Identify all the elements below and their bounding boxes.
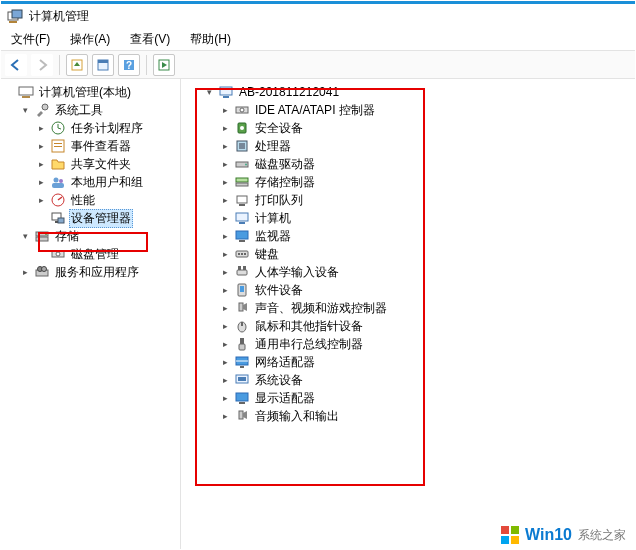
device-category[interactable]: ▸键盘 bbox=[219, 245, 631, 263]
tree-task-scheduler[interactable]: ▸ 任务计划程序 bbox=[35, 119, 178, 137]
tree-label: 安全设备 bbox=[253, 120, 305, 137]
twisty-collapsed-icon[interactable]: ▸ bbox=[219, 338, 231, 350]
twisty-collapsed-icon[interactable]: ▸ bbox=[219, 248, 231, 260]
svg-rect-43 bbox=[237, 196, 247, 203]
tree-label: 系统设备 bbox=[253, 372, 305, 389]
tree-performance[interactable]: ▸ 性能 bbox=[35, 191, 178, 209]
tree-disk-management[interactable]: ▸ 磁盘管理 bbox=[35, 245, 178, 263]
services-icon bbox=[34, 264, 50, 280]
window-root: 计算机管理 文件(F) 操作(A) 查看(V) 帮助(H) ? bbox=[0, 0, 636, 550]
menu-help[interactable]: 帮助(H) bbox=[186, 29, 235, 50]
device-category[interactable]: ▸IDE ATA/ATAPI 控制器 bbox=[219, 101, 631, 119]
device-category[interactable]: ▸安全设备 bbox=[219, 119, 631, 137]
back-button[interactable] bbox=[5, 54, 27, 76]
tree-label: 网络适配器 bbox=[253, 354, 317, 371]
properties-button[interactable] bbox=[92, 54, 114, 76]
twisty-collapsed-icon[interactable]: ▸ bbox=[219, 392, 231, 404]
twisty-collapsed-icon[interactable]: ▸ bbox=[219, 410, 231, 422]
twisty-collapsed-icon[interactable]: ▸ bbox=[219, 374, 231, 386]
svg-rect-62 bbox=[239, 344, 245, 350]
svg-rect-2 bbox=[9, 21, 17, 23]
performance-icon bbox=[50, 192, 66, 208]
processor-icon bbox=[234, 138, 250, 154]
twisty-collapsed-icon[interactable]: ▸ bbox=[219, 158, 231, 170]
twisty-collapsed-icon[interactable]: ▸ bbox=[219, 356, 231, 368]
twisty-collapsed-icon[interactable]: ▸ bbox=[19, 266, 31, 278]
twisty-collapsed-icon[interactable]: ▸ bbox=[35, 176, 47, 188]
twisty-expanded-icon[interactable]: ▾ bbox=[203, 86, 215, 98]
menu-action[interactable]: 操作(A) bbox=[66, 29, 114, 50]
twisty-collapsed-icon[interactable]: ▸ bbox=[35, 194, 47, 206]
svg-rect-48 bbox=[239, 240, 245, 242]
twisty-collapsed-icon[interactable]: ▸ bbox=[219, 194, 231, 206]
tools-icon bbox=[34, 102, 50, 118]
tree-services-apps[interactable]: ▸ 服务和应用程序 bbox=[19, 263, 178, 281]
tree-event-viewer[interactable]: ▸ 事件查看器 bbox=[35, 137, 178, 155]
svg-rect-54 bbox=[238, 266, 241, 270]
device-category[interactable]: ▸显示适配器 bbox=[219, 389, 631, 407]
device-root-computer[interactable]: ▾ AB-201811212041 bbox=[203, 83, 631, 101]
twisty-expanded-icon[interactable]: ▾ bbox=[19, 230, 31, 242]
twisty-expanded-icon[interactable]: ▾ bbox=[19, 104, 31, 116]
device-category[interactable]: ▸计算机 bbox=[219, 209, 631, 227]
device-category[interactable]: ▸存储控制器 bbox=[219, 173, 631, 191]
svg-text:?: ? bbox=[126, 60, 132, 71]
device-category[interactable]: ▸通用串行总线控制器 bbox=[219, 335, 631, 353]
twisty-collapsed-icon[interactable]: ▸ bbox=[219, 104, 231, 116]
twisty-collapsed-icon[interactable]: ▸ bbox=[219, 122, 231, 134]
twisty-collapsed-icon[interactable]: ▸ bbox=[35, 140, 47, 152]
event-icon bbox=[50, 138, 66, 154]
device-category[interactable]: ▸人体学输入设备 bbox=[219, 263, 631, 281]
svg-point-27 bbox=[56, 252, 60, 256]
device-category[interactable]: ▸鼠标和其他指针设备 bbox=[219, 317, 631, 335]
svg-rect-46 bbox=[239, 222, 245, 224]
titlebar: 计算机管理 bbox=[1, 1, 635, 29]
device-category[interactable]: ▸网络适配器 bbox=[219, 353, 631, 371]
device-category[interactable]: ▸音频输入和输出 bbox=[219, 407, 631, 425]
tree-label: 存储控制器 bbox=[253, 174, 317, 191]
twisty-collapsed-icon[interactable]: ▸ bbox=[219, 320, 231, 332]
device-category[interactable]: ▸打印队列 bbox=[219, 191, 631, 209]
twisty-collapsed-icon[interactable]: ▸ bbox=[219, 230, 231, 242]
twisty-collapsed-icon[interactable]: ▸ bbox=[35, 158, 47, 170]
tree-shared-folders[interactable]: ▸ 共享文件夹 bbox=[35, 155, 178, 173]
help-button[interactable]: ? bbox=[118, 54, 140, 76]
device-category[interactable]: ▸监视器 bbox=[219, 227, 631, 245]
svg-rect-5 bbox=[98, 60, 108, 63]
twisty-collapsed-icon[interactable]: ▸ bbox=[219, 176, 231, 188]
forward-button[interactable] bbox=[31, 54, 53, 76]
tree-device-manager[interactable]: ▸ 设备管理器 bbox=[35, 209, 178, 227]
menu-file[interactable]: 文件(F) bbox=[7, 29, 54, 50]
menu-view[interactable]: 查看(V) bbox=[126, 29, 174, 50]
tree-label: 磁盘管理 bbox=[69, 246, 121, 263]
tree-label: 软件设备 bbox=[253, 282, 305, 299]
tree-local-users[interactable]: ▸ 本地用户和组 bbox=[35, 173, 178, 191]
refresh-button[interactable] bbox=[153, 54, 175, 76]
tree-label: 打印队列 bbox=[253, 192, 305, 209]
tree-label: 声音、视频和游戏控制器 bbox=[253, 300, 389, 317]
tree-root-computer-management[interactable]: ▸ 计算机管理(本地) bbox=[3, 83, 178, 101]
twisty-collapsed-icon[interactable]: ▸ bbox=[219, 140, 231, 152]
twisty-collapsed-icon[interactable]: ▸ bbox=[219, 212, 231, 224]
up-button[interactable] bbox=[66, 54, 88, 76]
tree-storage[interactable]: ▾ 存储 bbox=[19, 227, 178, 245]
twisty-collapsed-icon[interactable]: ▸ bbox=[219, 302, 231, 314]
twisty-collapsed-icon[interactable]: ▸ bbox=[219, 266, 231, 278]
tree-system-tools[interactable]: ▾ 系统工具 bbox=[19, 101, 178, 119]
device-category[interactable]: ▸声音、视频和游戏控制器 bbox=[219, 299, 631, 317]
svg-rect-58 bbox=[239, 303, 243, 311]
svg-rect-24 bbox=[36, 237, 48, 241]
display-adapter-icon bbox=[234, 390, 250, 406]
device-category[interactable]: ▸处理器 bbox=[219, 137, 631, 155]
device-category[interactable]: ▸磁盘驱动器 bbox=[219, 155, 631, 173]
svg-rect-45 bbox=[236, 213, 248, 221]
svg-rect-15 bbox=[54, 146, 62, 147]
device-category[interactable]: ▸系统设备 bbox=[219, 371, 631, 389]
menubar: 文件(F) 操作(A) 查看(V) 帮助(H) bbox=[1, 29, 635, 51]
app-icon bbox=[7, 9, 23, 25]
device-category[interactable]: ▸软件设备 bbox=[219, 281, 631, 299]
svg-rect-22 bbox=[58, 218, 64, 223]
disk-icon bbox=[50, 246, 66, 262]
twisty-collapsed-icon[interactable]: ▸ bbox=[35, 122, 47, 134]
twisty-collapsed-icon[interactable]: ▸ bbox=[219, 284, 231, 296]
